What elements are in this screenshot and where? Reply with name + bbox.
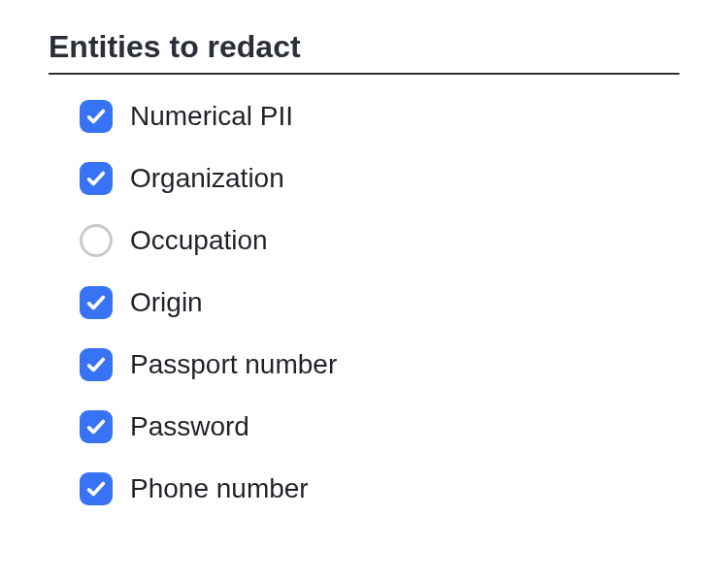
entity-label: Phone number: [130, 473, 309, 504]
entity-label: Password: [130, 411, 249, 442]
entity-row-password[interactable]: Password: [80, 410, 679, 443]
checkbox-checked-icon[interactable]: [80, 100, 113, 133]
section-title: Entities to redact: [49, 29, 679, 75]
entity-label: Numerical PII: [130, 101, 293, 132]
entity-label: Passport number: [130, 349, 337, 380]
checkbox-checked-icon[interactable]: [80, 162, 113, 195]
entity-row-passport-number[interactable]: Passport number: [80, 348, 679, 381]
entity-label: Origin: [130, 287, 203, 318]
entity-label: Organization: [130, 163, 284, 194]
checkbox-checked-icon[interactable]: [80, 348, 113, 381]
checkbox-unchecked-icon[interactable]: [80, 224, 113, 257]
entity-row-organization[interactable]: Organization: [80, 162, 679, 195]
checkbox-checked-icon[interactable]: [80, 286, 113, 319]
entity-checkbox-list: Numerical PII Organization Occupation Or…: [49, 100, 679, 505]
entity-label: Occupation: [130, 225, 268, 256]
entity-row-phone-number[interactable]: Phone number: [80, 472, 679, 505]
checkbox-checked-icon[interactable]: [80, 472, 113, 505]
entity-row-occupation[interactable]: Occupation: [80, 224, 679, 257]
entity-row-origin[interactable]: Origin: [80, 286, 679, 319]
checkbox-checked-icon[interactable]: [80, 410, 113, 443]
entity-row-numerical-pii[interactable]: Numerical PII: [80, 100, 679, 133]
